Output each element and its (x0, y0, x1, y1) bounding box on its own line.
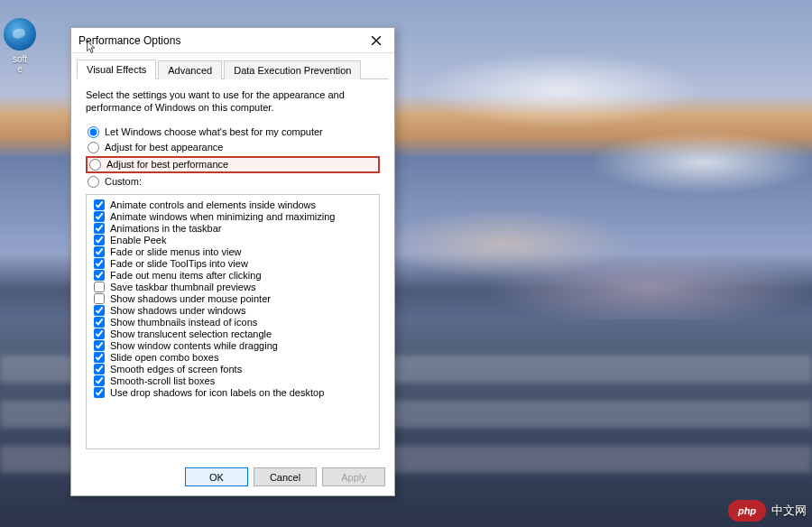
radio-option[interactable]: Adjust for best appearance (86, 141, 380, 154)
checkbox-label: Smooth-scroll list boxes (110, 375, 215, 386)
checkbox-option[interactable]: Slide open combo boxes (92, 352, 374, 363)
checkbox-label: Enable Peek (110, 235, 166, 245)
checkbox-label: Fade out menu items after clicking (110, 270, 262, 281)
checkbox-input[interactable] (94, 223, 105, 234)
checkbox-input[interactable] (94, 387, 105, 398)
checkbox-label: Save taskbar thumbnail previews (110, 282, 255, 292)
checkbox-input[interactable] (94, 352, 105, 363)
edge-icon (4, 18, 36, 51)
checkbox-label: Fade or slide ToolTips into view (110, 258, 248, 269)
checkbox-label: Animate controls and elements inside win… (110, 199, 316, 210)
apply-button[interactable]: Apply (322, 467, 385, 486)
checkbox-label: Show translucent selection rectangle (110, 328, 272, 339)
checkbox-option[interactable]: Show translucent selection rectangle (92, 328, 374, 339)
checkbox-label: Show window contents while dragging (110, 340, 278, 351)
radio-input[interactable] (88, 126, 99, 138)
ok-button[interactable]: OK (185, 467, 248, 486)
checkbox-label: Show shadows under mouse pointer (110, 293, 271, 304)
radio-input[interactable] (88, 176, 99, 188)
radio-input[interactable] (88, 142, 99, 153)
radio-label: Let Windows choose what's best for my co… (105, 126, 323, 137)
close-icon (372, 36, 381, 45)
close-button[interactable] (365, 32, 387, 50)
checkbox-input[interactable] (94, 317, 105, 328)
radio-label: Custom: (105, 176, 142, 187)
checkbox-option[interactable]: Show thumbnails instead of icons (92, 317, 374, 328)
checkbox-label: Show thumbnails instead of icons (110, 317, 257, 328)
tab-advanced[interactable]: Advanced (158, 60, 222, 79)
radio-option[interactable]: Custom: (86, 175, 380, 189)
checkbox-option[interactable]: Show shadows under mouse pointer (92, 293, 374, 304)
checkbox-input[interactable] (94, 199, 105, 210)
watermark-text: 中文网 (771, 503, 807, 519)
radio-input[interactable] (89, 159, 101, 171)
checkbox-option[interactable]: Smooth edges of screen fonts (92, 364, 374, 374)
radio-group: Let Windows choose what's best for my co… (86, 124, 380, 190)
tab-strip: Visual EffectsAdvancedData Execution Pre… (71, 53, 394, 79)
checkbox-label: Slide open combo boxes (110, 352, 218, 363)
dialog-button-row: OK Cancel Apply (71, 460, 394, 495)
checkbox-option[interactable]: Use drop shadows for icon labels on the … (92, 387, 374, 398)
checkbox-input[interactable] (94, 211, 105, 222)
checkbox-input[interactable] (94, 328, 105, 339)
checkbox-label: Use drop shadows for icon labels on the … (110, 387, 324, 398)
radio-label: Adjust for best performance (106, 159, 228, 170)
checkbox-input[interactable] (94, 246, 105, 257)
checkbox-option[interactable]: Smooth-scroll list boxes (92, 375, 374, 386)
radio-option[interactable]: Let Windows choose what's best for my co… (86, 125, 380, 139)
cancel-button[interactable]: Cancel (254, 467, 317, 486)
checkbox-option[interactable]: Animate windows when minimizing and maxi… (92, 211, 374, 222)
checkbox-label: Smooth edges of screen fonts (110, 364, 242, 374)
tab-visual-effects[interactable]: Visual Effects (77, 60, 156, 79)
checkbox-option[interactable]: Animate controls and elements inside win… (92, 199, 374, 210)
tab-data-execution-prevention[interactable]: Data Execution Prevention (224, 60, 361, 79)
desktop-icon-label: soft e (0, 54, 47, 74)
checkbox-label: Animate windows when minimizing and maxi… (110, 211, 335, 222)
checkbox-input[interactable] (94, 364, 105, 374)
checkbox-input[interactable] (94, 282, 105, 292)
checkbox-option[interactable]: Show shadows under windows (92, 305, 374, 316)
checkbox-input[interactable] (94, 270, 105, 281)
radio-label: Adjust for best appearance (105, 142, 223, 153)
performance-options-dialog: Performance Options Visual EffectsAdvanc… (70, 27, 395, 496)
checkbox-input[interactable] (94, 293, 105, 304)
checkbox-option[interactable]: Animations in the taskbar (92, 223, 374, 234)
checkbox-input[interactable] (94, 375, 105, 386)
panel-description: Select the settings you want to use for … (86, 88, 374, 115)
php-logo-icon: php (728, 500, 766, 522)
checkbox-option[interactable]: Fade or slide menus into view (92, 246, 374, 257)
checkbox-option[interactable]: Fade out menu items after clicking (92, 270, 374, 281)
watermark: php 中文网 (728, 500, 807, 522)
desktop-shortcut-edge[interactable]: soft e (0, 18, 47, 74)
checkbox-option[interactable]: Enable Peek (92, 235, 374, 245)
checkbox-input[interactable] (94, 258, 105, 269)
dialog-titlebar: Performance Options (71, 28, 394, 53)
checkbox-option[interactable]: Show window contents while dragging (92, 340, 374, 351)
checkbox-option[interactable]: Save taskbar thumbnail previews (92, 282, 374, 292)
checkbox-label: Fade or slide menus into view (110, 246, 242, 257)
cursor-pointer-icon (85, 40, 101, 56)
checkbox-option[interactable]: Fade or slide ToolTips into view (92, 258, 374, 269)
checkbox-label: Show shadows under windows (110, 305, 245, 316)
checkbox-label: Animations in the taskbar (110, 223, 222, 234)
radio-option[interactable]: Adjust for best performance (86, 156, 380, 173)
visual-effects-checklist[interactable]: Animate controls and elements inside win… (86, 194, 380, 449)
visual-effects-panel: Select the settings you want to use for … (77, 79, 389, 455)
checkbox-input[interactable] (94, 235, 105, 245)
checkbox-input[interactable] (94, 305, 105, 316)
checkbox-input[interactable] (94, 340, 105, 351)
